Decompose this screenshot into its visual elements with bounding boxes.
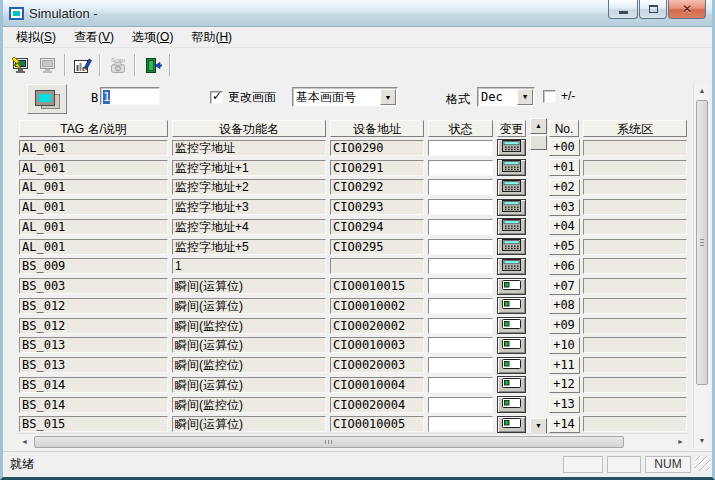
app-window: Simulation - ✕ 模拟(S)查看(V)选项(O)帮助(H) Snap… [0,0,715,480]
menu-item-help[interactable]: 帮助(H) [182,27,241,48]
table-scroll-thumb[interactable] [530,135,547,150]
keypad-icon [502,160,521,175]
screen-type-dropdown[interactable]: 基本画面号 ▼ [292,87,398,107]
screen-select-button[interactable] [27,84,67,114]
cell-state[interactable] [428,416,493,432]
header-addr: 设备地址 [330,120,424,137]
scroll-down-icon[interactable]: ▼ [695,433,709,448]
monitor-icon [37,56,58,75]
cell-sys [583,357,687,373]
cell-state[interactable] [428,140,493,156]
table-vertical-scrollbar[interactable]: ▲ ▼ [530,118,547,434]
screen-prefix-label: B [91,91,98,105]
cell-tag: AL_001 [19,140,168,156]
cell-tag: AL_001 [19,199,168,215]
cell-state[interactable] [428,239,493,255]
change-value-button[interactable] [497,238,526,255]
scroll-grip-icon [325,440,333,444]
change-value-button[interactable] [497,159,526,176]
exit-door-icon [142,56,163,75]
cell-state[interactable] [428,318,493,334]
cell-state[interactable] [428,179,493,195]
change-value-button[interactable] [497,396,526,413]
bit-switch-icon [502,358,521,373]
header-state: 状态 [428,120,493,137]
change-value-button[interactable] [497,357,526,374]
horizontal-scroll-thumb[interactable] [34,436,624,448]
vertical-scroll-thumb[interactable] [696,100,708,385]
chevron-down-icon[interactable]: ▼ [517,89,533,105]
cell-func: 瞬间(运算位) [172,298,326,314]
close-button[interactable]: ✕ [668,0,706,19]
screen-number-input[interactable]: 1 [100,87,160,105]
run-simulation-button[interactable] [7,53,34,78]
maximize-button[interactable] [639,0,667,19]
cell-state[interactable] [428,298,493,314]
sign-checkbox[interactable] [543,90,556,103]
keypad-icon [502,180,521,195]
change-value-button[interactable] [497,199,526,216]
row-number-cell: +02 [549,179,580,196]
menu-item-view[interactable]: 查看(V) [65,27,123,48]
resize-grip[interactable] [695,456,710,471]
horizontal-scrollbar[interactable]: ◄ ► [17,433,688,450]
window-vertical-scrollbar[interactable]: ▲ ▼ [693,83,710,448]
cell-state[interactable] [428,219,493,235]
change-value-button[interactable] [497,416,526,433]
cell-state[interactable] [428,258,493,274]
scroll-up-icon[interactable]: ▲ [695,83,709,98]
toolbar-separator [64,54,66,76]
change-value-button[interactable] [497,337,526,354]
change-value-button[interactable] [497,317,526,334]
menu-item-options[interactable]: 选项(O) [123,27,182,48]
change-value-button[interactable] [497,179,526,196]
cell-func: 瞬间(监控位) [172,357,326,373]
format-value: Dec [478,90,517,104]
cell-addr: CIO0292 [330,179,424,195]
scroll-right-icon[interactable]: ► [673,435,688,449]
cell-state[interactable] [428,278,493,294]
keypad-icon [502,140,521,155]
change-value-button[interactable] [497,258,526,275]
change-value-button[interactable] [497,376,526,393]
scroll-up-icon[interactable]: ▲ [530,118,547,134]
change-screen-checkbox[interactable] [210,91,223,104]
header-no: No. [549,120,579,137]
change-value-button[interactable] [497,218,526,235]
cell-tag: AL_001 [19,160,168,176]
scroll-down-icon[interactable]: ▼ [530,418,547,434]
row-number-cell: +05 [549,238,580,255]
cell-state[interactable] [428,397,493,413]
header-func: 设备功能名 [172,120,326,137]
minimize-button[interactable] [608,0,638,19]
change-value-button[interactable] [497,278,526,295]
menu-item-simulate[interactable]: 模拟(S) [7,27,65,48]
toolbar-separator [99,54,101,76]
cell-state[interactable] [428,337,493,353]
cell-state[interactable] [428,377,493,393]
cell-addr: CIO0010005 [330,416,424,432]
report-button[interactable] [69,53,96,78]
status-pane [563,456,603,473]
exit-button[interactable] [139,53,166,78]
table-row: BS_0091+06 [17,257,689,277]
table-row: BS_003瞬间(运算位)CIO0010015+07 [17,276,689,296]
cell-sys [583,298,687,314]
row-number-cell: +06 [549,258,580,275]
title-bar[interactable]: Simulation - ✕ [3,0,712,27]
table-row: AL_001监控字地址+2CIO0292+02 [17,178,689,198]
scroll-left-icon[interactable]: ◄ [17,435,32,449]
cell-func: 监控字地址+3 [172,199,326,215]
maximize-icon [649,5,658,13]
chevron-down-icon[interactable]: ▼ [380,89,396,105]
cell-state[interactable] [428,160,493,176]
cell-tag: BS_014 [19,397,168,413]
change-value-button[interactable] [497,139,526,156]
cell-state[interactable] [428,357,493,373]
status-bar: 就绪 NUM [3,451,712,477]
change-value-button[interactable] [497,297,526,314]
format-dropdown[interactable]: Dec ▼ [477,87,535,107]
cell-state[interactable] [428,199,493,215]
cell-tag: BS_014 [19,377,168,393]
cell-addr: CIO0290 [330,140,424,156]
